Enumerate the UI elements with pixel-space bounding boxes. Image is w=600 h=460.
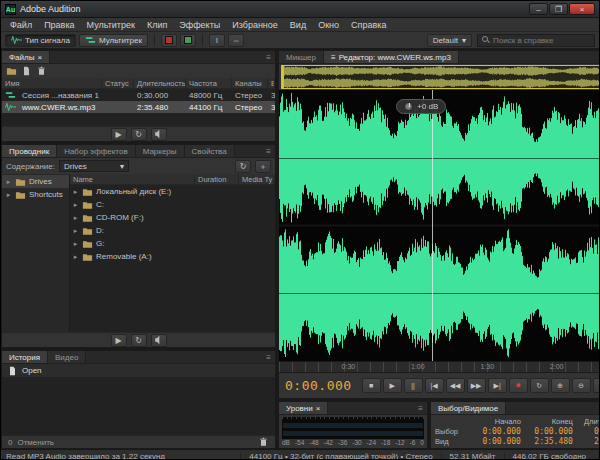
- skip-to-end-button[interactable]: ▶|: [488, 378, 507, 393]
- gain-knob-icon[interactable]: [404, 102, 413, 111]
- undo-label[interactable]: Отменить: [17, 438, 54, 447]
- col-rate[interactable]: Частота: [186, 78, 232, 88]
- tab-effects-rack[interactable]: Набор эффектов: [57, 145, 136, 157]
- tab-editor[interactable]: ≡ Редактор: www.CWER.ws.mp3: [324, 51, 459, 63]
- loop-preview-button[interactable]: ↻: [131, 334, 147, 347]
- menu-item-effects[interactable]: Эффекты: [173, 20, 226, 30]
- expand-arrow-icon[interactable]: ▸: [72, 240, 79, 248]
- menu-item-favorites[interactable]: Избранное: [226, 20, 284, 30]
- history-item-open[interactable]: Open: [2, 364, 275, 377]
- menu-item-window[interactable]: Окно: [312, 20, 345, 30]
- spectral-frequency-button[interactable]: [161, 34, 177, 47]
- drive-list-item[interactable]: ▸Локальный диск (E:): [70, 185, 275, 198]
- zoom-navigator[interactable]: [281, 65, 600, 89]
- auto-play-button[interactable]: [151, 128, 167, 141]
- selection-start-value[interactable]: 0:00.000: [471, 427, 523, 436]
- close-button[interactable]: ×: [569, 3, 595, 15]
- preview-play-button[interactable]: ▶: [111, 334, 127, 347]
- tab-selection-view[interactable]: Выбор/Видимое: [431, 402, 506, 414]
- menu-item-edit[interactable]: Правка: [38, 20, 80, 30]
- tab-properties[interactable]: Свойства: [185, 145, 235, 157]
- file-row-mp3[interactable]: www.CWER.ws.mp3 2:35.480 44100 Гц Стерео…: [2, 101, 275, 113]
- record-button[interactable]: ●: [509, 378, 528, 393]
- expand-arrow-icon[interactable]: ▸: [5, 191, 12, 199]
- expand-arrow-icon[interactable]: ▸: [72, 188, 79, 196]
- content-dropdown[interactable]: Drives ▾: [59, 160, 129, 172]
- tree-item-drives[interactable]: ▸ Drives: [2, 175, 69, 188]
- time-selection-tool-button[interactable]: I: [209, 34, 225, 47]
- import-file-icon[interactable]: [21, 66, 32, 76]
- menu-item-help[interactable]: Справка: [345, 20, 392, 30]
- menu-item-file[interactable]: Файл: [4, 20, 38, 30]
- fast-forward-button[interactable]: ▶▶: [467, 378, 486, 393]
- col-duration[interactable]: Длительность: [134, 78, 186, 88]
- close-icon[interactable]: ×: [316, 404, 321, 413]
- panel-menu-icon[interactable]: ≡: [262, 351, 275, 363]
- multitrack-view-button[interactable]: Мультитрек: [79, 34, 148, 47]
- panel-menu-icon[interactable]: ≡: [262, 51, 275, 63]
- zoom-horizontal-button[interactable]: ⇔: [593, 378, 600, 393]
- title-bar[interactable]: Au Adobe Audition – ❐ ×: [1, 1, 599, 18]
- spectral-pitch-button[interactable]: [180, 34, 196, 47]
- auto-play-button[interactable]: [151, 334, 167, 347]
- expand-arrow-icon[interactable]: ▸: [72, 253, 79, 261]
- zoom-in-button[interactable]: ⊕: [551, 378, 570, 393]
- drive-list-item[interactable]: ▸G:: [70, 237, 275, 250]
- file-row-session[interactable]: Сессия ...названия 1.sesx 0:30.000 48000…: [2, 89, 275, 101]
- tab-explorer[interactable]: Проводник: [2, 145, 57, 157]
- timecode-display[interactable]: 0:00.000: [285, 378, 352, 393]
- workspace-dropdown[interactable]: Default ▾: [427, 34, 472, 47]
- skip-to-start-button[interactable]: |◀: [425, 378, 444, 393]
- trash-icon[interactable]: [258, 437, 269, 447]
- menu-item-view[interactable]: Вид: [284, 20, 312, 30]
- refresh-button[interactable]: ↻: [235, 160, 251, 173]
- help-search-box[interactable]: [477, 34, 595, 47]
- preview-play-button[interactable]: ▶: [111, 128, 127, 141]
- col-media-type[interactable]: Media Ty: [239, 174, 275, 184]
- tree-item-shortcuts[interactable]: ▸ Shortcuts: [2, 188, 69, 201]
- close-icon[interactable]: ×: [37, 53, 42, 62]
- tab-files[interactable]: Файлы×: [2, 51, 50, 63]
- tab-levels[interactable]: Уровни×: [279, 402, 328, 414]
- col-name[interactable]: Name: [70, 174, 195, 184]
- help-search-input[interactable]: [493, 36, 590, 45]
- expand-arrow-icon[interactable]: ▸: [72, 214, 79, 222]
- drive-list-item[interactable]: ▸CD-ROM (F:): [70, 211, 275, 224]
- view-start-value[interactable]: 0:00.000: [471, 437, 523, 446]
- open-file-icon[interactable]: [6, 66, 17, 76]
- col-status[interactable]: Статус: [102, 78, 134, 88]
- trash-icon[interactable]: [36, 66, 47, 76]
- expand-arrow-icon[interactable]: ▸: [72, 227, 79, 235]
- menu-item-multitrack[interactable]: Мультитрек: [81, 20, 141, 30]
- col-channels[interactable]: Каналы: [232, 78, 268, 88]
- rewind-button[interactable]: ◀◀: [446, 378, 465, 393]
- volume-hud[interactable]: +0 dB: [396, 99, 446, 114]
- col-duration[interactable]: Duration: [195, 174, 239, 184]
- loop-playback-button[interactable]: ↻: [530, 378, 549, 393]
- zoom-out-button[interactable]: ⊖: [572, 378, 591, 393]
- col-name[interactable]: Имя: [2, 78, 102, 88]
- col-bits[interactable]: Би: [268, 78, 275, 88]
- waveform-view-button[interactable]: Тип сигнала: [5, 34, 76, 47]
- expand-arrow-icon[interactable]: ▸: [5, 178, 12, 186]
- minimize-button[interactable]: –: [529, 3, 548, 15]
- timeline-ruler[interactable]: 0:30 1:00 1:30 2:00 2:30: [279, 361, 600, 372]
- maximize-button[interactable]: ❐: [549, 3, 568, 15]
- drive-list-item[interactable]: ▸D:: [70, 224, 275, 237]
- pause-button[interactable]: ||: [404, 378, 423, 393]
- tab-markers[interactable]: Маркеры: [136, 145, 185, 157]
- view-end-value[interactable]: 2:35.480: [523, 437, 575, 446]
- menu-item-clip[interactable]: Клип: [141, 20, 173, 30]
- drive-list-item[interactable]: ▸C:: [70, 198, 275, 211]
- drive-list-item[interactable]: ▸Removable (A:): [70, 250, 275, 263]
- panel-menu-icon[interactable]: ≡: [414, 402, 427, 414]
- loop-preview-button[interactable]: ↻: [131, 128, 147, 141]
- view-duration-value[interactable]: 2:35.480: [575, 437, 600, 446]
- tab-video[interactable]: Видео: [48, 351, 86, 363]
- slip-tool-button[interactable]: ⇔: [228, 34, 244, 47]
- stop-button[interactable]: ■: [362, 378, 381, 393]
- play-button[interactable]: ▶: [383, 378, 402, 393]
- waveform-display[interactable]: +0 dB: [279, 90, 600, 361]
- panel-menu-icon[interactable]: ≡: [262, 145, 275, 157]
- tab-mixer[interactable]: Микшер: [279, 51, 324, 63]
